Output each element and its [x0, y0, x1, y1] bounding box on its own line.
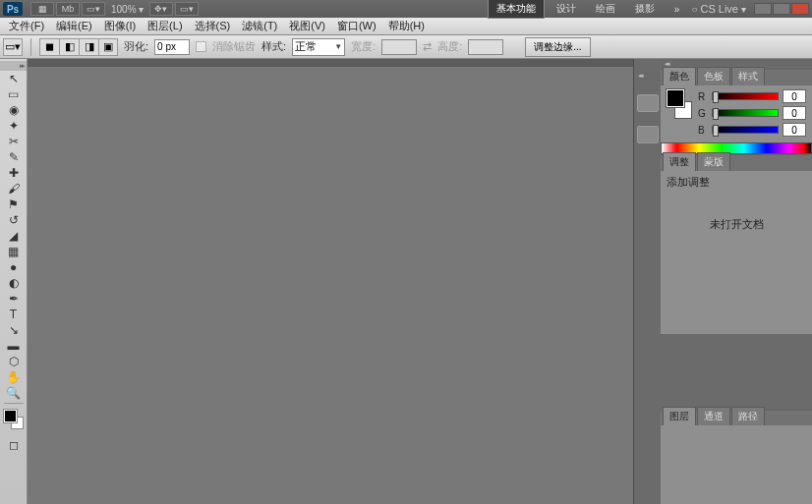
3d-tool-icon[interactable]: ⬡ — [3, 354, 25, 369]
no-document-label: 未打开文档 — [667, 190, 806, 330]
style-select[interactable]: 正常 — [292, 38, 345, 56]
pen-tool-icon[interactable]: ✒ — [3, 291, 25, 307]
tab-swatches[interactable]: 色板 — [697, 67, 730, 85]
lasso-tool-icon[interactable]: ◉ — [3, 102, 25, 118]
bridge-icon[interactable]: ▦ — [30, 2, 54, 16]
history-brush-tool-icon[interactable]: ↺ — [3, 212, 25, 228]
minibridge-icon[interactable]: Mb — [56, 2, 80, 16]
g-input[interactable] — [783, 106, 806, 120]
hand-tool-icon[interactable]: ✋ — [3, 369, 25, 385]
fg-color-swatch[interactable] — [667, 89, 684, 107]
color-panel-tabs: 颜色 色板 样式 — [661, 70, 812, 85]
intersect-selection-icon[interactable]: ▣ — [98, 38, 118, 56]
layers-panel-tabs: 图层 通道 路径 — [661, 411, 812, 425]
options-bar: ▭▾ ◼ ◧ ◨ ▣ 羽化: 消除锯齿 样式: 正常 宽度: ⇄ 高度: 调整边… — [0, 35, 812, 59]
right-panel-area: 颜色 色板 样式 R — [633, 59, 812, 504]
arrange-icon[interactable]: ▭▾ — [82, 2, 105, 16]
zoom-level[interactable]: 100% — [111, 4, 137, 15]
app-logo: Ps — [3, 2, 23, 16]
cslive-menu[interactable]: CS Live▾ — [691, 3, 746, 15]
new-selection-icon[interactable]: ◼ — [39, 38, 59, 56]
gradient-tool-icon[interactable]: ▦ — [3, 244, 25, 259]
eraser-tool-icon[interactable]: ◢ — [3, 228, 25, 244]
collapsed-dock — [633, 59, 661, 504]
height-label: 高度: — [437, 39, 462, 54]
b-slider[interactable] — [712, 126, 779, 134]
tab-layers[interactable]: 图层 — [663, 407, 696, 425]
shape-tool-icon[interactable]: ▬ — [3, 338, 25, 354]
menu-edit[interactable]: 编辑(E) — [50, 17, 98, 35]
marquee-tool-icon[interactable]: ▭ — [3, 86, 25, 102]
foreground-swatch[interactable] — [4, 410, 17, 422]
main-area: ↖ ▭ ◉ ✦ ✂ ✎ ✚ 🖌 ⚑ ↺ ◢ ▦ ● ◐ ✒ T ↘ ▬ ⬡ ✋ … — [0, 59, 812, 504]
swap-icon: ⇄ — [423, 40, 432, 53]
zoom-tool-icon[interactable]: 🔍 — [3, 385, 25, 401]
maximize-button[interactable] — [773, 3, 790, 15]
minimize-button[interactable] — [754, 3, 772, 15]
g-slider[interactable] — [712, 109, 779, 117]
selection-mode-group: ◼ ◧ ◨ ▣ — [39, 38, 118, 56]
menu-layer[interactable]: 图层(L) — [142, 17, 188, 35]
r-slider[interactable] — [712, 92, 779, 100]
blur-tool-icon[interactable]: ● — [3, 259, 25, 275]
menu-help[interactable]: 帮助(H) — [382, 17, 431, 35]
tab-color[interactable]: 颜色 — [663, 67, 696, 85]
menu-image[interactable]: 图像(I) — [98, 17, 142, 35]
tool-preset-icon[interactable]: ▭▾ — [3, 38, 23, 56]
crop-tool-icon[interactable]: ✂ — [3, 134, 25, 149]
tab-masks[interactable]: 蒙版 — [697, 152, 730, 171]
path-tool-icon[interactable]: ↘ — [3, 322, 25, 338]
b-label: B — [698, 125, 708, 136]
panel-stack: 颜色 色板 样式 R — [661, 59, 812, 504]
tab-adjustments[interactable]: 调整 — [663, 152, 696, 171]
color-swatches[interactable] — [4, 410, 24, 429]
type-tool-icon[interactable]: T — [3, 307, 25, 322]
add-adjustment-label: 添加调整 — [667, 175, 806, 190]
toolbox-collapse-icon[interactable] — [0, 61, 27, 71]
quickmask-tool-icon[interactable]: ◻ — [3, 437, 25, 453]
screenmode-icon[interactable]: ▭▾ — [175, 2, 199, 16]
feather-input[interactable] — [154, 39, 190, 55]
brush-tool-icon[interactable]: 🖌 — [3, 181, 25, 196]
g-label: G — [698, 108, 708, 119]
menu-select[interactable]: 选择(S) — [189, 17, 237, 35]
dodge-tool-icon[interactable]: ◐ — [3, 275, 25, 291]
close-button[interactable] — [791, 3, 809, 15]
tab-styles[interactable]: 样式 — [731, 67, 765, 85]
color-panel: 颜色 色板 样式 R — [661, 69, 812, 154]
separator — [30, 38, 31, 56]
dock-collapse-icon[interactable] — [634, 71, 661, 81]
menu-bar: 文件(F) 编辑(E) 图像(I) 图层(L) 选择(S) 滤镜(T) 视图(V… — [0, 18, 812, 35]
workspace-more-icon[interactable]: » — [667, 2, 688, 17]
color-preview[interactable] — [667, 89, 692, 119]
width-input — [381, 39, 417, 55]
antialias-checkbox — [196, 41, 206, 52]
eyedropper-tool-icon[interactable]: ✎ — [3, 149, 25, 165]
heal-tool-icon[interactable]: ✚ — [3, 165, 25, 181]
r-input[interactable] — [783, 89, 806, 103]
add-selection-icon[interactable]: ◧ — [59, 38, 79, 56]
menu-view[interactable]: 视图(V) — [283, 17, 331, 35]
subtract-selection-icon[interactable]: ◨ — [79, 38, 98, 56]
workspace-tab-essentials[interactable]: 基本功能 — [488, 0, 545, 19]
tab-paths[interactable]: 路径 — [731, 407, 765, 425]
b-input[interactable] — [783, 123, 806, 137]
zoom-dropdown-icon[interactable]: ▾ — [139, 4, 144, 15]
r-label: R — [698, 91, 708, 102]
tab-channels[interactable]: 通道 — [697, 407, 730, 425]
stamp-tool-icon[interactable]: ⚑ — [3, 196, 25, 212]
menu-filter[interactable]: 滤镜(T) — [236, 17, 283, 35]
workspace-tab-painting[interactable]: 绘画 — [588, 0, 623, 18]
antialias-label: 消除锯齿 — [212, 39, 256, 54]
move-tool-icon[interactable]: ↖ — [3, 71, 25, 86]
workspace-tab-photography[interactable]: 摄影 — [627, 0, 663, 18]
refine-edges-button[interactable]: 调整边缘... — [525, 37, 590, 57]
wand-tool-icon[interactable]: ✦ — [3, 118, 25, 134]
dock-icon-1[interactable] — [637, 94, 659, 112]
menu-file[interactable]: 文件(F) — [3, 17, 50, 35]
workspace-tab-design[interactable]: 设计 — [549, 0, 584, 18]
menu-window[interactable]: 窗口(W) — [331, 17, 382, 35]
hand-icon[interactable]: ✥▾ — [149, 2, 173, 16]
adjust-panel-tabs: 调整 蒙版 — [661, 155, 812, 171]
dock-icon-2[interactable] — [637, 126, 659, 143]
